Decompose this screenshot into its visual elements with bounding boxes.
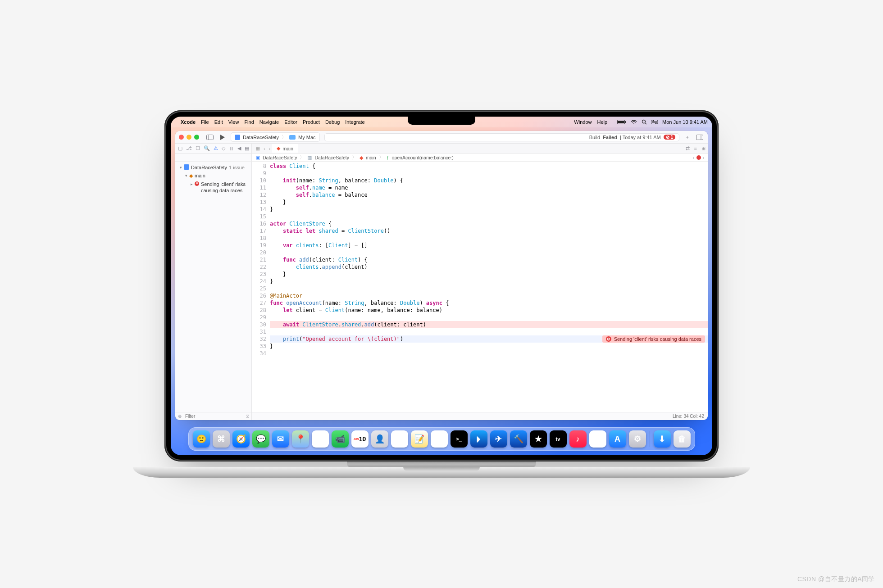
jump-bar[interactable]: ▣ DataRaceSafety 〉 ▥ DataRaceSafety 〉 ◆ … (252, 154, 708, 162)
issue-summary: 1 issue (229, 164, 245, 171)
source-editor[interactable]: 8910111213141516171819202122232425262728… (252, 162, 708, 412)
menubar-item-find[interactable]: Find (244, 119, 254, 125)
minimap-toggle-button[interactable]: ≡ (692, 146, 699, 151)
dock-app-calendar[interactable]: JUN10 (351, 430, 369, 448)
add-button[interactable]: ＋ (684, 133, 691, 141)
inline-error-banner[interactable]: ⊘Sending 'client' risks causing data rac… (602, 335, 705, 343)
menubar-item-navigate[interactable]: Navigate (259, 119, 279, 125)
menubar-item-view[interactable]: View (228, 119, 239, 125)
code-area[interactable]: class Client { init(name: String, balanc… (270, 162, 708, 412)
go-forward-button[interactable]: › (267, 146, 273, 151)
crumb-0[interactable]: DataRaceSafety (263, 155, 297, 160)
error-icon: ✕ (195, 181, 199, 186)
destination-icon (289, 135, 296, 140)
project-icon (184, 164, 189, 170)
dock-app-testflight[interactable]: ✈︎ (490, 430, 507, 448)
minimize-window-button[interactable] (187, 135, 191, 140)
debug-tab[interactable]: ⏸ (229, 146, 234, 151)
bookmarks-tab[interactable]: ☐ (196, 145, 200, 151)
battery-icon[interactable] (617, 120, 626, 124)
toggle-navigator-button[interactable] (205, 134, 214, 141)
zoom-window-button[interactable] (194, 135, 199, 140)
dock-app-app-store[interactable]: A (609, 430, 626, 448)
svg-point-3 (642, 120, 646, 123)
reports-tab[interactable]: ▤ (245, 145, 249, 151)
issue-navigator[interactable]: ▾ DataRaceSafety 1 issue ▾ ◆ main ▸ ✕ Se… (175, 162, 252, 412)
breakpoints-tab[interactable]: ◀︎ (237, 145, 241, 151)
dock-app-freeform[interactable]: 〰︎ (431, 430, 448, 448)
file-row[interactable]: ▾ ◆ main (178, 172, 249, 180)
menubar-item-help[interactable]: Help (597, 119, 607, 125)
menubar-item-window[interactable]: Window (574, 119, 592, 125)
crumb-1[interactable]: DataRaceSafety (314, 155, 349, 160)
issue-stepper[interactable]: ‹› (693, 155, 704, 160)
svg-rect-12 (696, 135, 703, 140)
dock-app-launchpad[interactable]: ⌘ (213, 430, 230, 448)
menubar-clock[interactable]: Mon Jun 10 9:41 AM (662, 119, 708, 125)
menubar-item-file[interactable]: File (201, 119, 209, 125)
dock-app-xcode[interactable]: 🔨 (510, 430, 527, 448)
activity-view[interactable]: Build Failed | Today at 9:41 AM ⊘ 1 (324, 133, 679, 141)
project-row[interactable]: ▾ DataRaceSafety 1 issue (178, 163, 249, 172)
dock-app-maps[interactable]: 📍 (292, 430, 309, 448)
menubar-app-name[interactable]: Xcode (181, 119, 196, 125)
dock: 🙂⌘🧭💬✉︎📍❀📹JUN10👤⦿📝〰︎>_⏵✈︎🔨★tv♪NA⚙︎⬇︎🗑 (188, 427, 695, 451)
error-icon: ⊘ (606, 336, 611, 342)
menubar-item-debug[interactable]: Debug (325, 119, 340, 125)
dock-app-finder[interactable]: 🙂 (193, 430, 210, 448)
dock-app-xcode-preview[interactable]: ⏵ (470, 430, 487, 448)
dock-app-settings[interactable]: ⚙︎ (629, 430, 646, 448)
menubar-item-edit[interactable]: Edit (214, 119, 223, 125)
dock-app-mail[interactable]: ✉︎ (272, 430, 289, 448)
toggle-inspector-button[interactable] (695, 134, 704, 141)
dock-app-contacts[interactable]: 👤 (371, 430, 388, 448)
menubar-item-editor[interactable]: Editor (284, 119, 297, 125)
menubar-item-integrate[interactable]: Integrate (345, 119, 364, 125)
go-back-button[interactable]: ‹ (262, 146, 267, 151)
dock-app-sf-symbols[interactable]: ★ (530, 430, 547, 448)
find-tab[interactable]: 🔍 (204, 145, 210, 151)
control-center-icon[interactable] (651, 120, 658, 124)
add-editor-button[interactable]: ⊞ (699, 145, 708, 151)
search-icon[interactable] (642, 119, 647, 125)
dock-app-downloads[interactable]: ⬇︎ (654, 430, 671, 448)
navigator-filter-input[interactable] (184, 413, 243, 419)
dock-app-messages[interactable]: 💬 (252, 430, 269, 448)
xcode-window: DataRaceSafety 〉 My Mac Build Failed | T… (175, 131, 708, 420)
scheme-selector[interactable]: DataRaceSafety 〉 My Mac (231, 132, 320, 142)
crumb-3[interactable]: openAccount(name:balance:) (392, 155, 454, 160)
dock-app-tv[interactable]: tv (550, 430, 567, 448)
run-button[interactable] (219, 134, 226, 141)
dock-app-notes[interactable]: 📝 (411, 430, 428, 448)
svg-line-4 (645, 123, 646, 124)
source-control-tab[interactable]: ⎇ (186, 145, 192, 151)
close-window-button[interactable] (179, 135, 184, 140)
recent-filter-button[interactable]: ⧖ (246, 414, 249, 419)
wifi-icon[interactable] (631, 120, 637, 124)
related-items-button[interactable]: ▦ (254, 145, 262, 151)
dock-app-photos[interactable]: ❀ (312, 430, 329, 448)
editor-tab-main[interactable]: ◆ main (272, 144, 298, 153)
editor-tabbar: ▦ ‹ › ◆ main ⇄ ≡ ⊞ (252, 144, 708, 154)
dock-app-music[interactable]: ♪ (569, 430, 587, 448)
project-name: DataRaceSafety (191, 164, 227, 171)
issues-tab[interactable]: ⚠︎ (214, 145, 218, 151)
tests-tab[interactable]: ◇ (222, 145, 225, 151)
filter-icon[interactable]: ⊚ (178, 414, 182, 419)
dock-app-facetime[interactable]: 📹 (332, 430, 349, 448)
dock-app-reminders[interactable]: ⦿ (391, 430, 408, 448)
adjust-editor-options-button[interactable]: ⇄ (683, 145, 692, 151)
crumb-2[interactable]: main (366, 155, 376, 160)
navigator-tabbar: ▢ ⎇ ☐ 🔍 ⚠︎ ◇ ⏸ ◀︎ ▤ (175, 144, 252, 154)
menubar-item-product[interactable]: Product (303, 119, 320, 125)
dock-app-news[interactable]: N (589, 430, 606, 448)
inline-error-text: Sending 'client' risks causing data race… (614, 335, 701, 343)
dock-app-safari[interactable]: 🧭 (232, 430, 250, 448)
cursor-position: Line: 34 Col: 42 (673, 414, 704, 419)
dock-app-trash[interactable]: 🗑 (674, 430, 691, 448)
svg-point-7 (653, 120, 654, 122)
dock-app-terminal[interactable]: >_ (451, 430, 468, 448)
issue-text: Sending 'client' risks causing data race… (201, 181, 249, 194)
issue-row[interactable]: ▸ ✕ Sending 'client' risks causing data … (178, 180, 249, 195)
project-navigator-tab[interactable]: ▢ (178, 145, 182, 151)
